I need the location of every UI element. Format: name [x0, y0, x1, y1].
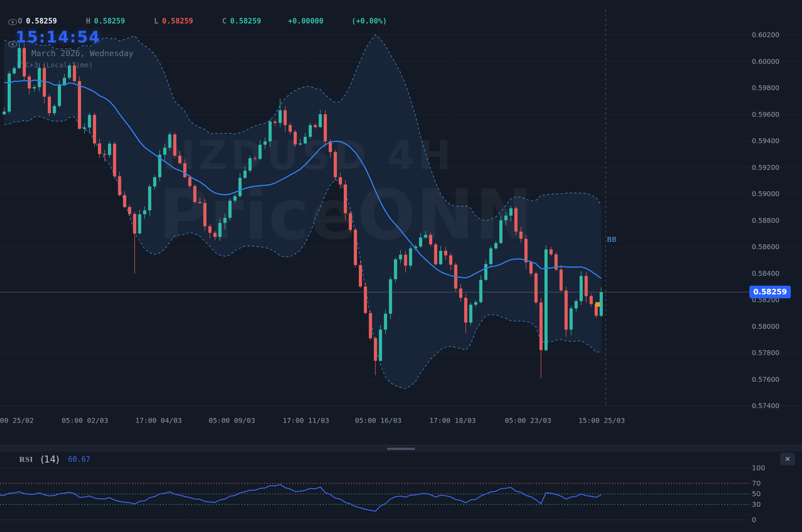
high-value: 0.58259 [94, 17, 125, 25]
low-value: 0.58259 [162, 17, 193, 25]
trading-chart-app: NZDUSD 4H PriceONN 25 March 2026, Wednes… [0, 0, 802, 532]
eye-icon[interactable] [8, 18, 18, 26]
divider-drag-handle[interactable] [387, 448, 415, 450]
low-key: L [154, 17, 159, 25]
bb-indicator-label: BB [607, 235, 616, 244]
eye-icon[interactable] [8, 40, 18, 48]
close-key: C [222, 17, 227, 25]
change-value: +0.00000 [288, 17, 323, 25]
rsi-header: RSI (14) 60.67 [19, 454, 90, 465]
main-chart-canvas[interactable] [0, 0, 802, 532]
high-key: H [86, 17, 91, 25]
open-value: 0.58259 [26, 17, 57, 25]
rsi-period: (14) [41, 454, 59, 465]
close-value: 0.58259 [230, 17, 261, 25]
current-price-badge: 0.58259 [749, 286, 791, 298]
panel-divider[interactable] [0, 445, 802, 452]
change-percent: (+0.00%) [352, 17, 387, 25]
rsi-close-button[interactable]: ✕ [780, 453, 795, 465]
rsi-name: RSI [19, 455, 33, 464]
open-key: O [18, 17, 22, 25]
rsi-value: 60.67 [68, 455, 90, 464]
clock: 15:14:54 [15, 28, 101, 46]
ohlc-legend: O 0.58259 H 0.58259 L 0.58259 C 0.58259 … [0, 17, 491, 27]
